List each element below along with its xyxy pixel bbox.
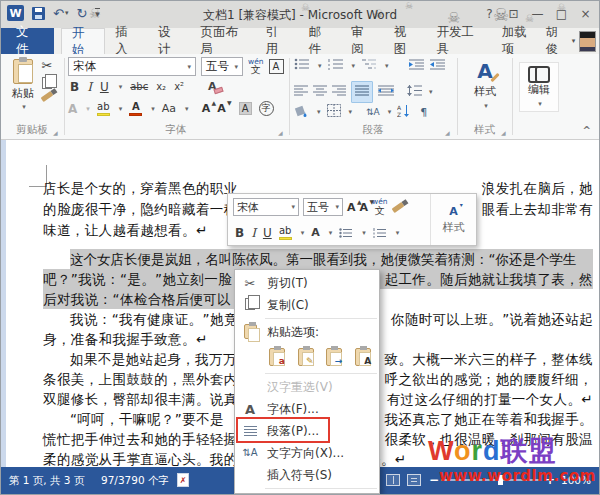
tab-design[interactable]: 设计 [148,28,191,54]
menu-item-copy[interactable]: 复制(C) [235,294,379,316]
mini-format-painter-icon[interactable] [391,202,404,213]
line-spacing-icon[interactable] [407,85,422,99]
paste-option-merge-formatting-icon[interactable]: ✎ [294,346,318,368]
read-mode-view-icon[interactable] [386,474,400,486]
bold-button[interactable]: B [70,81,79,93]
format-painter-icon[interactable] [41,91,54,102]
tab-home[interactable]: 开始 [61,28,106,54]
character-border-icon[interactable]: A [269,59,284,74]
styles-dialog-launcher[interactable]: ◢ [501,129,506,136]
shading-icon[interactable] [294,104,309,120]
mini-italic-button[interactable]: I [251,227,256,239]
enclose-characters-button[interactable]: 字 [259,101,274,116]
tab-addins[interactable]: 加载项 [492,28,546,54]
zoom-out-icon[interactable]: − [429,473,439,487]
word-count-indicator[interactable]: 97/3790 个字 [101,474,169,487]
help-button[interactable]: ? [479,4,500,23]
group-separator [512,58,513,135]
mini-styles-button[interactable]: A▾ 样式 [430,194,476,245]
grow-font-button[interactable]: A▲ [202,102,211,115]
mini-highlight-button[interactable]: ab [279,226,292,240]
underline-button[interactable]: U [100,81,109,93]
sort-icon[interactable]: AZ [397,104,410,120]
mini-bold-button[interactable]: B [235,227,244,239]
numbering-icon[interactable] [328,58,344,73]
paste-option-link-icon[interactable]: → [323,346,347,368]
shrink-font-button[interactable]: A▼ [217,102,226,115]
menu-item-cut[interactable]: ✂剪切(T) [235,272,379,294]
cut-icon[interactable]: ✂ [42,59,53,72]
menu-item-insert-symbol[interactable]: 插入符号(S) [235,464,379,486]
maximize-button[interactable]: □ [551,4,572,23]
character-shading-button[interactable]: A [239,102,252,115]
subscript-button[interactable]: x₂ [156,82,166,92]
italic-button[interactable]: I [87,81,92,93]
close-button[interactable]: × [575,4,596,23]
align-center-icon[interactable] [313,85,327,99]
font-color-button[interactable]: A [129,102,142,116]
paste-button[interactable]: 粘贴 ▾ [7,59,39,123]
tab-developer[interactable]: 开发工具 [426,28,491,54]
font-size-combo[interactable]: 五号 ▾ [201,57,243,76]
print-layout-view-icon[interactable] [407,474,421,486]
decrease-indent-icon[interactable] [409,59,424,73]
tab-review[interactable]: 审阅 [341,28,384,54]
highlight-color-button[interactable]: ab [97,102,110,116]
menu-item-font[interactable]: A字体(F)... [235,398,379,420]
clear-formatting-icon[interactable]: A [208,80,217,93]
chevron-down-icon: ▾ [484,102,488,110]
paste-option-keep-source-icon[interactable]: a [265,346,289,368]
paragraph-dialog-launcher[interactable]: ◢ [445,129,450,136]
font-name-combo[interactable]: 宋体 ▾ [68,57,196,76]
minimize-button[interactable]: — [527,4,548,23]
mini-numbering-icon[interactable] [373,223,387,242]
mini-grow-font-button[interactable]: A▲ [347,201,356,214]
menu-item-paragraph[interactable]: 段落(P)... [235,420,379,442]
line-text: 慌忙把手伸过去和她的手轻轻握 [43,429,238,449]
borders-icon[interactable] [327,104,341,120]
increase-indent-icon[interactable] [430,59,445,73]
change-case-button[interactable]: Aa [162,103,176,114]
asian-layout-icon[interactable]: ⇅A [366,107,380,117]
distribute-icon[interactable] [378,85,394,99]
tab-view[interactable]: 视图 [384,28,427,54]
styles-button[interactable]: A 样式 ▾ [463,61,507,110]
mini-shrink-font-button[interactable]: A▼ [360,201,369,214]
collapse-ribbon-icon[interactable]: ^ [583,125,591,136]
justify-icon[interactable] [351,81,373,103]
page-indicator[interactable]: 第 1 页, 共 3 页 [9,474,84,487]
tab-insert[interactable]: 插入 [105,28,148,54]
mini-bullets-icon[interactable] [339,223,353,242]
menu-item-define[interactable]: 定义(D) [235,491,379,494]
superscript-button[interactable]: x² [174,82,184,92]
mini-font-color-button[interactable]: A [311,227,320,238]
ribbon-display-options-icon[interactable]: ⊡ [503,4,524,23]
font-dialog-launcher[interactable]: ◢ [278,129,283,136]
mini-toolbar-row1: 宋体▾ 五号▾ A▲ A▼ wén文 [233,198,404,216]
text-effects-button[interactable]: A [68,103,77,115]
strikethrough-button[interactable]: abc [130,82,148,92]
mini-underline-button[interactable]: U [263,227,272,239]
text-line-selected[interactable]: 这个女店长便是岚姐，名叫陈依凤。第一眼看到我，她便微笑着猜测：“你还是个学生 [70,249,593,269]
paste-option-keep-text-only-icon[interactable]: A [351,346,375,368]
tab-file[interactable]: 文件 [1,28,54,54]
align-left-icon[interactable] [294,85,308,99]
mini-font-size-combo[interactable]: 五号▾ [303,198,343,216]
user-avatar[interactable] [579,31,596,52]
account-area[interactable]: 胡俊 ▾ [546,28,599,54]
bullets-icon[interactable] [294,58,310,73]
show-marks-icon[interactable]: ¶ [420,106,427,119]
phonetic-guide-icon[interactable]: wén 文 [248,58,264,76]
tab-mailings[interactable]: 邮件 [299,28,342,54]
tab-references[interactable]: 引用 [256,28,299,54]
align-right-icon[interactable] [332,85,346,99]
mini-font-name-combo[interactable]: 宋体▾ [233,198,299,216]
tab-page-layout[interactable]: 页面布局 [191,28,256,54]
mini-phonetic-guide-icon[interactable]: wén文 [372,198,388,216]
clipboard-dialog-launcher[interactable]: ◢ [53,129,58,136]
proofing-error-icon[interactable]: ✗ [177,473,189,487]
multilevel-list-icon[interactable] [361,58,377,73]
menu-item-text-direction[interactable]: ⇅A文字方向(X)... [235,442,379,464]
editing-button[interactable]: 编辑 ▾ [519,62,559,112]
copy-icon[interactable] [42,77,52,89]
